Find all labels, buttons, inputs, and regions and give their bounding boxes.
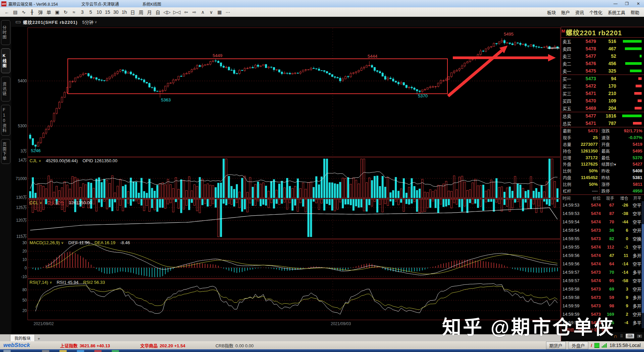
depth-row[interactable]: 买五5469204 [561,104,644,112]
maximize-button[interactable]: ❐ [621,1,633,6]
menu-账户[interactable]: 账户 [561,9,570,15]
sidebar-tab-F10资料[interactable]: F10资料 [1,105,10,136]
ccl-indicator-header[interactable]: CCL∨ 空头减仓 1261350.00 [30,200,92,205]
svg-text:5246: 5246 [31,148,41,153]
zoom-out-icon[interactable]: ◁▷ [163,9,171,15]
chevron-down-icon[interactable]: ∨ [39,159,41,163]
sidebar-tab-资讯链[interactable]: 资讯链 [1,77,10,101]
period-30min[interactable]: 30 [113,9,119,15]
cjl-indicator-header[interactable]: CJL∨ 45293.00(56:44) OPID 1261350.00 [30,158,117,163]
depth-row[interactable]: 卖二5476456 [561,60,644,67]
tape-row[interactable]: 14:59:57547495-58空平 [561,276,644,285]
overseas-account-button[interactable]: 外盘户 [569,342,588,349]
tape-row[interactable]: 14:59:585473599多开 [561,293,644,302]
period-1h[interactable]: 1h [121,9,127,15]
expand-panels-icon[interactable]: ∨ [208,9,214,15]
time-chart-icon[interactable]: ∿ [21,9,26,15]
zoom-in-icon[interactable]: ▷◁ [173,9,181,15]
depth-row[interactable]: 卖一5475325 [561,67,644,75]
menu-帮助[interactable]: 帮助 [631,9,639,15]
tape-list[interactable]: 14:59:53547467-26空平14:59:53547487-38空平14… [561,201,644,327]
depth-row[interactable]: 买一547394 [561,75,644,82]
kline-chart-icon[interactable]: ╂ [29,9,35,15]
period-10min[interactable]: 10 [96,9,102,15]
tape-row[interactable]: 14:59:555474112-1空平 [561,243,644,251]
tape-row[interactable]: 14:59:54547470-44空平 [561,218,644,226]
tape-row[interactable]: 14:59:585473693空开 [561,285,644,293]
tape-row[interactable]: 14:59:5654744711多开 [561,251,644,260]
rsi-label[interactable]: RSI(7,14) [30,280,48,285]
save-icon[interactable]: ▣ [54,9,60,15]
sidebar-tab-分时图[interactable]: 分时图 [1,20,10,45]
period-label[interactable]: 5分钟 [82,19,93,25]
svg-text:3万: 3万 [20,149,27,153]
quote-info-row: 比例50%涨停5811 [561,181,644,187]
menu-系统工具[interactable]: 系统工具 [608,9,625,15]
depth-row[interactable]: 卖四5478467 [561,45,644,52]
period-3min[interactable]: 3 [79,9,85,15]
tape-row[interactable]: 14:59:56547464-14空平 [561,260,644,268]
order-ticket-icon[interactable]: 单 [46,9,52,15]
depth-row[interactable]: 买四5470109 [561,97,644,104]
period-15min[interactable]: 15 [105,9,110,15]
kline-chart[interactable]: 540053003万14万71000130万125万120万115万302010… [11,27,561,334]
sidebar-tab-K线图[interactable]: K线图 [1,48,10,73]
tape-row[interactable]: 14:59:53547487-38空平 [561,209,644,218]
chevron-down-icon[interactable]: ∨ [94,20,97,24]
pan-right-icon[interactable]: ⇨ [192,9,197,15]
macd-label[interactable]: MACD(12,26,9) [30,240,60,245]
depth-row[interactable]: 买二5472170 [561,82,644,90]
period-day[interactable]: 日 [130,9,136,15]
more-icon[interactable]: ⋯ [225,9,231,15]
menu-个性化[interactable]: 个性化 [589,9,602,15]
cjl-label[interactable]: CJL [30,158,37,163]
chevron-down-icon[interactable]: ∨ [61,241,63,245]
menu-板块[interactable]: 板块 [547,9,556,15]
add-board-button[interactable]: + [35,336,43,342]
quote-contract-name: 螺纹2201 rb2201 [566,28,622,37]
tape-row[interactable]: 14:59:53547467-26空平 [561,201,644,209]
close-button[interactable]: ✕ [633,1,644,6]
depth-row[interactable]: 卖三547752 [561,52,644,60]
scrollbar-thumb[interactable] [642,224,644,313]
chart-area[interactable]: 540053003万14万71000130万125万120万115万302010… [11,27,561,334]
menu-资讯[interactable]: 资讯 [575,9,584,15]
windows-taskbar[interactable] [0,349,644,352]
indicator-icon[interactable]: ≈ [71,9,77,15]
ccl-label[interactable]: CCL [30,200,38,205]
chevron-down-icon[interactable]: ∨ [40,201,42,205]
period-week[interactable]: 周 [138,9,144,15]
futures-account-button[interactable]: 期货户 [546,342,566,349]
sidebar-tab-页面下单[interactable]: 页面下单 [1,139,10,164]
period-custom[interactable]: 自 [155,9,161,15]
pan-left-icon[interactable]: ⇦ [183,9,189,15]
tape-row[interactable]: 14:59:545473366空开 [561,226,644,234]
depth-row[interactable]: 总卖54771816 [561,112,644,120]
dots-grid-icon[interactable]: ⠿ [620,334,623,339]
keyboard-icon[interactable]: ⌨ [626,334,634,339]
period-month[interactable]: 月 [147,9,152,15]
svg-text:5400: 5400 [18,79,27,83]
pop-order-icon[interactable]: 弹 [38,9,43,15]
tape-row[interactable]: 14:59:57547370-14多平 [561,268,644,276]
back-icon[interactable]: ← [4,9,10,15]
depth-row[interactable]: 买三5471210 [561,90,644,97]
contract-title[interactable]: 螺纹2201(SHFE rb2201) [23,19,77,25]
dropdown-icon[interactable]: ▼ [637,335,642,338]
depth-row[interactable]: 卖五5479516 [561,38,644,45]
period-5min[interactable]: 5 [88,9,94,15]
rsi-indicator-header[interactable]: RSI(7,14)∨ RSI1 45.94 RSI2 56.33 [30,279,105,285]
grid-layout-icon[interactable]: ▦ [217,9,222,15]
minimize-button[interactable]: — [610,1,621,6]
depth-row[interactable]: 总买5471787 [561,120,644,127]
tab-my-board[interactable]: 我的板块 [10,334,35,342]
quote-board-icon[interactable]: ▤ [12,9,18,15]
depth-bar [638,99,642,102]
tape-row[interactable]: 14:59:595473989多开 [561,302,644,310]
chevron-down-icon[interactable]: ∨ [50,280,52,284]
tape-row[interactable]: 14:59:555473820空换 [561,234,644,243]
collapse-panels-icon[interactable]: ∧ [200,9,206,15]
macd-indicator-header[interactable]: MACD(12,26,9)∨ DIFF 11.96 DEA 16.19 -8.4… [30,240,130,245]
refresh-icon[interactable]: ↻ [63,9,68,15]
tape-scrollbar[interactable] [642,201,644,328]
